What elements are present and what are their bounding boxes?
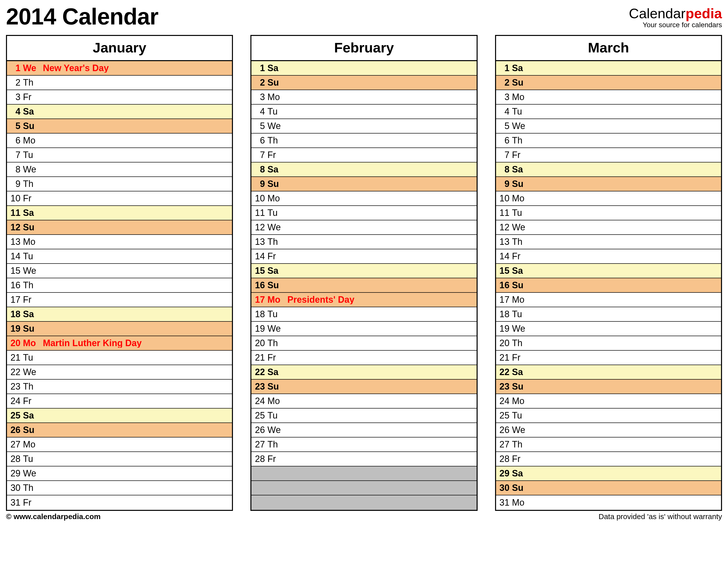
day-weekday: Fr: [23, 498, 43, 507]
day-weekday: Su: [512, 78, 532, 87]
brand-part2: pedia: [686, 5, 722, 21]
day-weekday: Su: [267, 382, 287, 391]
day-row: 4Sa: [7, 105, 232, 119]
day-number: 16: [7, 281, 23, 290]
day-row: 27Th: [251, 438, 476, 452]
day-number: 20: [7, 339, 23, 348]
day-weekday: Th: [23, 281, 43, 290]
day-number: 14: [7, 252, 23, 261]
day-weekday: Sa: [267, 64, 287, 73]
day-row: 26Su: [7, 423, 232, 438]
day-number: 7: [7, 150, 23, 159]
day-weekday: Tu: [512, 107, 532, 116]
day-weekday: Th: [267, 440, 287, 449]
day-row: 8We: [7, 162, 232, 177]
day-number: 11: [251, 208, 267, 217]
day-weekday: Su: [267, 179, 287, 188]
day-weekday: Tu: [267, 107, 287, 116]
brand-part1: Calendar: [629, 5, 685, 21]
day-weekday: Fr: [267, 353, 287, 362]
day-row: 4Tu: [496, 105, 721, 119]
day-row: 14Fr: [496, 249, 721, 264]
day-row: 7Fr: [251, 148, 476, 162]
day-number: 15: [251, 266, 267, 275]
day-row: 31Fr: [7, 495, 232, 510]
footer-right: Data provided 'as is' without warranty: [599, 512, 722, 521]
day-weekday: Th: [267, 136, 287, 145]
day-number: 7: [496, 150, 512, 159]
day-number: 20: [251, 339, 267, 348]
day-weekday: Mo: [267, 194, 287, 203]
day-weekday: Th: [512, 339, 532, 348]
day-weekday: Su: [512, 281, 532, 290]
day-number: 9: [496, 179, 512, 188]
page-title: 2014 Calendar: [6, 5, 158, 28]
day-number: 1: [496, 64, 512, 73]
day-number: 2: [251, 78, 267, 87]
day-number: 5: [7, 121, 23, 130]
day-number: 24: [496, 397, 512, 406]
day-number: 8: [7, 165, 23, 174]
day-weekday: Fr: [512, 455, 532, 463]
day-number: 6: [251, 136, 267, 145]
day-number: 22: [251, 368, 267, 377]
day-number: 16: [496, 281, 512, 290]
day-weekday: Fr: [267, 252, 287, 261]
day-row: 25Tu: [251, 409, 476, 423]
day-number: 1: [7, 64, 23, 73]
day-weekday: Fr: [267, 150, 287, 159]
day-row: 19We: [496, 322, 721, 336]
day-weekday: Sa: [267, 165, 287, 174]
day-number: 24: [251, 397, 267, 406]
day-row: 23Su: [496, 380, 721, 394]
day-number: 5: [496, 121, 512, 130]
day-weekday: Th: [23, 78, 43, 87]
day-weekday: Fr: [512, 150, 532, 159]
day-row: 10Mo: [251, 191, 476, 206]
day-weekday: Sa: [23, 310, 43, 319]
day-number: 14: [496, 252, 512, 261]
day-weekday: Su: [23, 121, 43, 130]
day-row: 18Tu: [251, 307, 476, 322]
day-weekday: Mo: [512, 295, 532, 304]
day-weekday: We: [512, 324, 532, 333]
day-weekday: Fr: [23, 397, 43, 406]
day-weekday: Th: [23, 483, 43, 492]
day-row: 8Sa: [251, 162, 476, 177]
month-column: March1Sa2Su3Mo4Tu5We6Th7Fr8Sa9Su10Mo11Tu…: [495, 35, 722, 511]
day-number: 27: [7, 440, 23, 449]
day-weekday: Fr: [23, 93, 43, 102]
day-weekday: Tu: [267, 411, 287, 420]
brand-name: Calendarpedia: [629, 6, 722, 20]
footer-left: © www.calendarpedia.com: [6, 512, 101, 521]
day-number: 13: [251, 237, 267, 246]
day-weekday: Tu: [512, 208, 532, 217]
day-row: 12We: [496, 220, 721, 235]
day-number: 21: [496, 353, 512, 362]
day-weekday: Th: [267, 339, 287, 348]
day-row: 24Fr: [7, 394, 232, 409]
day-number: 4: [7, 107, 23, 116]
day-number: 23: [251, 382, 267, 391]
day-weekday: Su: [267, 78, 287, 87]
day-number: 10: [251, 194, 267, 203]
day-row: 26We: [496, 423, 721, 438]
day-number: 12: [251, 223, 267, 232]
day-row: 2Th: [7, 76, 232, 90]
day-weekday: We: [267, 121, 287, 130]
day-row: 9Su: [496, 177, 721, 191]
day-row: [251, 481, 476, 495]
day-weekday: Th: [512, 440, 532, 449]
day-number: 12: [496, 223, 512, 232]
day-weekday: Sa: [512, 469, 532, 478]
day-row: 29Sa: [496, 466, 721, 481]
day-number: 16: [251, 281, 267, 290]
day-row: 30Su: [496, 481, 721, 495]
brand-tagline: Your source for calendars: [629, 21, 722, 29]
day-weekday: Sa: [267, 266, 287, 275]
day-row: 22Sa: [496, 365, 721, 380]
day-row: 17Fr: [7, 293, 232, 307]
day-weekday: Mo: [512, 93, 532, 102]
day-row: 3Mo: [496, 90, 721, 105]
day-number: 26: [496, 426, 512, 435]
